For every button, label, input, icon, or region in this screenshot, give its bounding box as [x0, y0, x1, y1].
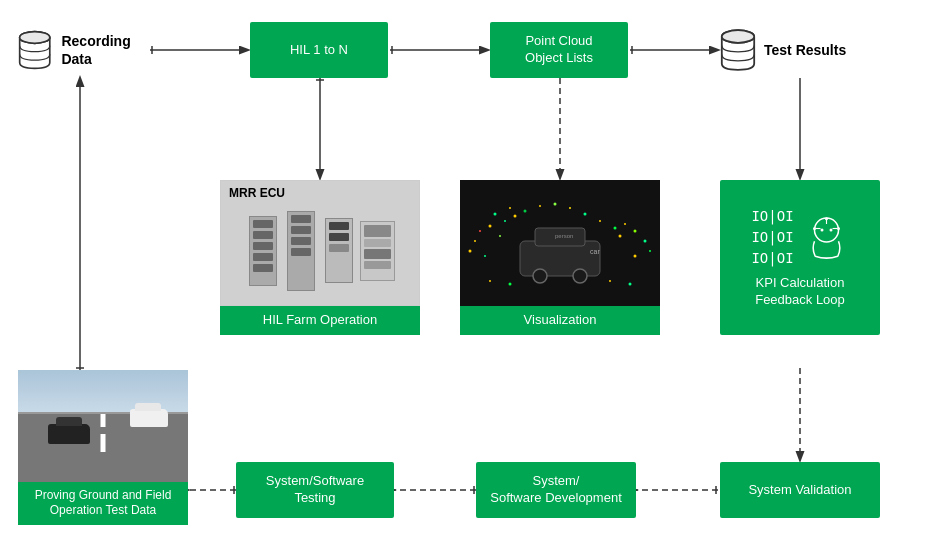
- svg-point-48: [484, 255, 486, 257]
- kpi-head-icon: [804, 215, 849, 260]
- database-icon: [18, 27, 51, 73]
- sys-software-dev-box: System/ Software Development: [476, 462, 636, 518]
- kpi-box: IO|OIIO|OIIO|OI KPI: [720, 180, 880, 335]
- test-results-label: Test Results: [764, 41, 846, 59]
- pointcloud-visual: car person: [460, 186, 660, 301]
- svg-point-53: [629, 282, 632, 285]
- svg-point-38: [599, 220, 601, 222]
- test-results-box: Test Results: [720, 18, 870, 82]
- svg-point-34: [539, 205, 541, 207]
- svg-point-32: [509, 207, 511, 209]
- svg-point-43: [644, 239, 647, 242]
- svg-point-45: [649, 250, 651, 252]
- sys-dev-label: System/ Software Development: [490, 473, 622, 507]
- point-cloud-box: Point Cloud Object Lists: [490, 22, 628, 78]
- svg-point-52: [609, 280, 611, 282]
- svg-point-25: [533, 269, 547, 283]
- svg-point-64: [829, 229, 832, 232]
- svg-point-42: [474, 240, 476, 242]
- svg-point-63: [820, 229, 823, 232]
- svg-point-22: [722, 30, 754, 43]
- hil-farm-label: HIL Farm Operation: [220, 306, 420, 335]
- sys-testing-label: System/Software Testing: [244, 473, 386, 507]
- svg-point-30: [479, 230, 481, 232]
- svg-point-27: [489, 224, 492, 227]
- hil-label: HIL 1 to N: [290, 42, 348, 59]
- sys-software-testing-box: System/Software Testing: [236, 462, 394, 518]
- svg-point-26: [573, 269, 587, 283]
- svg-point-28: [504, 220, 506, 222]
- svg-point-31: [494, 212, 497, 215]
- hil-farm-box: MRR ECU HIL Farm Operation: [220, 180, 420, 335]
- svg-point-35: [554, 202, 557, 205]
- svg-point-46: [499, 235, 501, 237]
- svg-text:car: car: [590, 248, 600, 255]
- svg-point-36: [569, 207, 571, 209]
- proving-ground-box: Proving Ground and Field Operation Test …: [18, 370, 188, 525]
- proving-ground-label: Proving Ground and Field Operation Test …: [18, 482, 188, 525]
- svg-point-44: [469, 249, 472, 252]
- sys-validation-box: System Validation: [720, 462, 880, 518]
- kpi-label: KPI Calculation Feedback Loop: [728, 275, 872, 309]
- svg-point-60: [813, 227, 816, 230]
- svg-text:person: person: [555, 233, 573, 239]
- recording-data-label: Recording Data: [61, 32, 148, 68]
- svg-point-33: [524, 209, 527, 212]
- svg-point-58: [825, 217, 828, 220]
- sys-validation-label: System Validation: [748, 482, 851, 499]
- svg-point-50: [489, 280, 491, 282]
- svg-point-20: [20, 32, 50, 44]
- kpi-content: IO|OIIO|OIIO|OI KPI: [728, 206, 872, 309]
- recording-data-box: Recording Data: [18, 18, 148, 82]
- svg-point-37: [584, 212, 587, 215]
- point-cloud-label: Point Cloud Object Lists: [525, 33, 593, 67]
- svg-point-47: [619, 234, 622, 237]
- test-results-db-icon: [720, 29, 756, 71]
- visualization-label: Visualization: [460, 306, 660, 335]
- svg-point-49: [634, 254, 637, 257]
- diagram: Recording Data HIL 1 to N Point Cloud Ob…: [0, 0, 950, 535]
- svg-point-29: [514, 214, 517, 217]
- svg-point-51: [509, 282, 512, 285]
- svg-point-39: [614, 226, 617, 229]
- visualization-box: car person Visualization: [460, 180, 660, 335]
- svg-point-40: [624, 223, 626, 225]
- svg-point-41: [634, 229, 637, 232]
- svg-point-62: [837, 227, 840, 230]
- hil-box: HIL 1 to N: [250, 22, 388, 78]
